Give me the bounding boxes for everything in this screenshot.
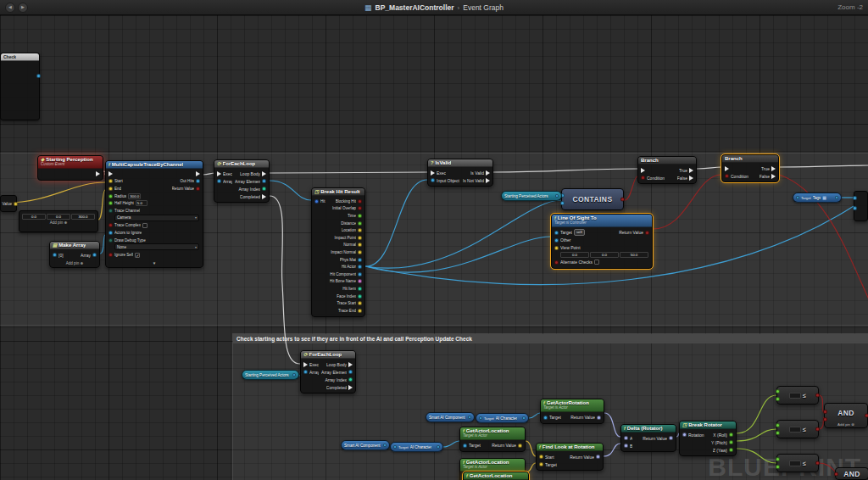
array-pin[interactable] [92,253,97,257]
node-header[interactable]: fMultiCapsuleTraceByChannel [106,161,203,169]
input-pin[interactable] [776,397,780,401]
trace-channel-pin[interactable] [108,209,113,213]
trace-channel-dropdown[interactable]: Camera▾ [114,215,199,221]
node-header[interactable]: fGetActorRotationTarget is Actor [541,399,604,412]
start-pin[interactable] [108,179,113,183]
exec-pin[interactable] [431,170,435,176]
add-pin-button[interactable]: Add pin ⊕ [825,422,867,427]
initial-overlap-pin[interactable] [358,206,362,210]
output-pin[interactable] [383,444,387,447]
impact-point-pin[interactable] [358,236,362,240]
node-make-array[interactable]: ▤Make Array[0]ArrayAdd pin ⊕ [49,241,100,268]
normal-pin[interactable] [358,243,362,247]
actors-to-ignore-pin[interactable] [108,231,113,235]
half-height-pin[interactable] [108,201,113,205]
vector-component-input[interactable]: 0.0 [590,252,619,258]
node-vector-literal[interactable]: 0.00.0300.0Add pin ⊕ [19,210,98,232]
hit-actor-pin[interactable] [358,265,362,269]
view-point-pin[interactable] [554,246,559,250]
is-valid-pin[interactable] [486,170,490,176]
asset-title[interactable]: BP_MasterAIController [376,3,454,12]
node-starting-perceived-actors-2[interactable]: Starting Perceived Actors [242,370,299,380]
node-contains[interactable]: CONTAINS [561,188,624,210]
value-input[interactable] [789,393,801,399]
view-point-vector-input[interactable]: 0.00.050.0 [560,252,648,258]
input-pin[interactable] [560,201,565,205]
input-pin[interactable] [776,431,780,435]
rotation-pin[interactable] [682,433,687,437]
input-pin[interactable] [776,389,780,393]
value-input[interactable] [789,427,801,433]
distance-pin[interactable] [358,221,362,226]
input-pin[interactable] [776,423,780,427]
array-index-pin[interactable] [262,187,266,191]
output-pin[interactable] [522,416,526,420]
hit-component-pin[interactable] [358,272,362,276]
return-value-pin[interactable] [596,455,600,459]
other-pin[interactable] [554,238,559,243]
node-header[interactable]: fDelta (Rotator) [621,425,676,433]
input-object-pin[interactable] [431,178,435,182]
output-pin[interactable] [865,414,868,418]
input-pin[interactable] [853,196,857,200]
node-starting-perception[interactable]: ◆Starting PerceptionCustom Event [37,155,103,181]
exec-pin[interactable] [303,362,308,367]
true-pin[interactable] [689,168,693,173]
node-compare-3[interactable]: ≤ [776,454,819,472]
node-ai-character-1[interactable]: TargetAI Character [476,413,529,423]
node-compare-2[interactable]: ≤ [776,420,819,438]
false-pin[interactable] [771,174,776,179]
out-hits-pin[interactable] [196,179,200,183]
a-pin[interactable] [624,436,628,440]
node-is-valid[interactable]: ?IsValidExecIs ValidInput ObjectIs Not V… [427,159,493,187]
loop-body-pin[interactable] [262,171,266,176]
completed-pin[interactable] [262,194,266,199]
add-pin-button[interactable]: Add pin ⊕ [50,260,99,267]
node-right-edge[interactable] [854,191,868,221]
exec-in-pin[interactable] [108,171,113,176]
target-pin[interactable] [539,462,543,466]
input-pin[interactable] [823,417,827,421]
vector-input[interactable]: 0.00.0300.0 [22,214,95,220]
end-pin[interactable] [108,187,113,191]
false-pin[interactable] [689,176,693,181]
vector-component-input[interactable]: 50.0 [620,252,648,258]
node-and-2[interactable]: AND [835,467,868,480]
y-pitch-pin[interactable] [729,440,733,444]
impact-normal-pin[interactable] [358,250,362,254]
true-pin[interactable] [771,166,776,171]
node-target-tags[interactable]: TargetTags▦ [793,193,842,203]
output-pin[interactable] [815,393,820,398]
target-in-pin[interactable] [479,416,482,420]
node-header[interactable]: fGetActorLocation [464,472,528,480]
collapse-arrow-icon[interactable]: ▼ [106,260,203,267]
draw-debug-type-pin[interactable] [108,238,113,243]
node-foreach-loop-1[interactable]: ⟳ForEachLoopExecLoop BodyArrayArray Elem… [214,159,270,203]
0-pin[interactable] [53,253,57,257]
exec-out-pin[interactable] [196,171,200,176]
return-value-pin[interactable] [518,444,522,448]
node-header[interactable]: fGetActorLocationTarget is Actor [460,427,525,440]
trace-start-pin[interactable] [358,301,362,305]
hit-bone-name-pin[interactable] [358,279,362,283]
target-pin[interactable] [463,444,467,448]
trace-end-pin[interactable] [358,309,362,313]
blocking-hit-pin[interactable] [358,199,362,204]
node-header[interactable]: ▤Make Array [50,242,99,249]
input-pin[interactable] [834,472,838,476]
output-pin[interactable] [555,194,559,198]
node-compare-1[interactable]: ≤ [776,386,819,405]
output-pin[interactable] [468,416,471,419]
output-pin[interactable] [815,461,820,466]
phys-mat-pin[interactable] [358,258,362,262]
return-value-pin[interactable] [645,231,649,235]
node-left-value[interactable]: Value [0,195,17,212]
node-delta-rotator[interactable]: fDelta (Rotator)AReturn ValueB [620,424,676,452]
node-get-actor-location-3[interactable]: fGetActorLocationTargetReturn Value [463,472,529,480]
time-pin[interactable] [358,214,362,218]
node-ai-character-2[interactable]: TargetAI Character [390,442,443,452]
checkbox[interactable] [594,260,599,265]
node-header[interactable]: ◳Break Rotator [680,421,736,429]
node-starting-perceived-actors-1[interactable]: Starting Perceived Actors [501,191,562,201]
checkbox[interactable] [135,253,140,258]
